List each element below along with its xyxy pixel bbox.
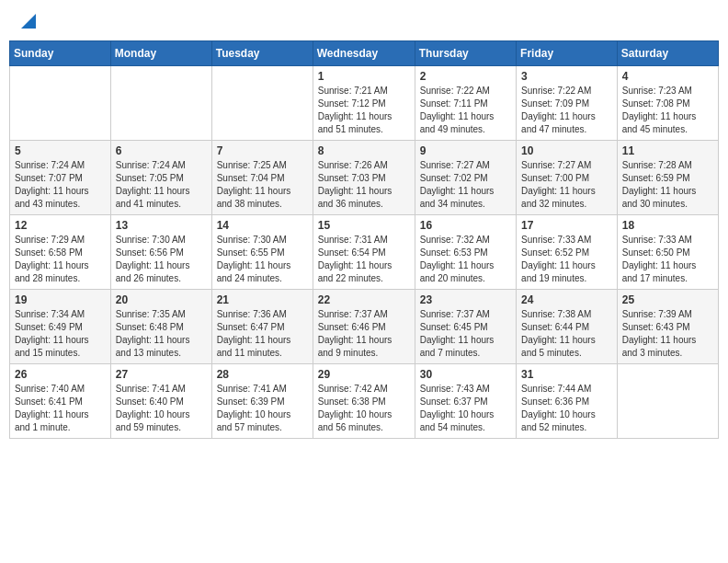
calendar-cell: 22Sunrise: 7:37 AM Sunset: 6:46 PM Dayli… xyxy=(313,290,415,364)
day-number: 23 xyxy=(420,293,511,306)
calendar-cell: 31Sunrise: 7:44 AM Sunset: 6:36 PM Dayli… xyxy=(517,364,618,439)
calendar-week-row: 1Sunrise: 7:21 AM Sunset: 7:12 PM Daylig… xyxy=(10,66,719,141)
day-info: Sunrise: 7:28 AM Sunset: 6:59 PM Dayligh… xyxy=(622,159,713,211)
day-number: 29 xyxy=(318,368,410,381)
calendar-cell: 12Sunrise: 7:29 AM Sunset: 6:58 PM Dayli… xyxy=(10,215,111,290)
day-info: Sunrise: 7:32 AM Sunset: 6:53 PM Dayligh… xyxy=(420,234,511,285)
calendar-cell: 3Sunrise: 7:22 AM Sunset: 7:09 PM Daylig… xyxy=(517,66,618,141)
logo xyxy=(18,14,36,27)
day-info: Sunrise: 7:42 AM Sunset: 6:38 PM Dayligh… xyxy=(318,383,410,434)
day-info: Sunrise: 7:43 AM Sunset: 6:37 PM Dayligh… xyxy=(420,383,511,434)
day-number: 28 xyxy=(217,368,308,381)
day-number: 12 xyxy=(15,219,106,232)
calendar-cell: 19Sunrise: 7:34 AM Sunset: 6:49 PM Dayli… xyxy=(10,290,111,364)
day-of-week-header: Sunday xyxy=(10,41,111,66)
day-info: Sunrise: 7:41 AM Sunset: 6:40 PM Dayligh… xyxy=(116,383,207,434)
calendar-cell: 5Sunrise: 7:24 AM Sunset: 7:07 PM Daylig… xyxy=(10,141,111,215)
calendar-cell: 15Sunrise: 7:31 AM Sunset: 6:54 PM Dayli… xyxy=(313,215,415,290)
calendar-cell xyxy=(110,66,211,141)
calendar-cell: 4Sunrise: 7:23 AM Sunset: 7:08 PM Daylig… xyxy=(617,66,718,141)
calendar-cell: 30Sunrise: 7:43 AM Sunset: 6:37 PM Dayli… xyxy=(415,364,516,439)
day-info: Sunrise: 7:24 AM Sunset: 7:05 PM Dayligh… xyxy=(116,159,207,211)
day-info: Sunrise: 7:37 AM Sunset: 6:45 PM Dayligh… xyxy=(420,308,511,360)
day-number: 21 xyxy=(217,293,308,306)
day-info: Sunrise: 7:39 AM Sunset: 6:43 PM Dayligh… xyxy=(622,308,713,360)
calendar-cell: 25Sunrise: 7:39 AM Sunset: 6:43 PM Dayli… xyxy=(617,290,718,364)
day-info: Sunrise: 7:30 AM Sunset: 6:56 PM Dayligh… xyxy=(116,234,207,285)
calendar-cell: 27Sunrise: 7:41 AM Sunset: 6:40 PM Dayli… xyxy=(110,364,211,439)
calendar-cell: 20Sunrise: 7:35 AM Sunset: 6:48 PM Dayli… xyxy=(110,290,211,364)
day-info: Sunrise: 7:30 AM Sunset: 6:55 PM Dayligh… xyxy=(217,234,308,285)
calendar-cell: 9Sunrise: 7:27 AM Sunset: 7:02 PM Daylig… xyxy=(415,141,516,215)
day-number: 15 xyxy=(318,219,410,232)
day-info: Sunrise: 7:33 AM Sunset: 6:50 PM Dayligh… xyxy=(622,234,713,285)
day-info: Sunrise: 7:36 AM Sunset: 6:47 PM Dayligh… xyxy=(217,308,308,360)
calendar-cell: 6Sunrise: 7:24 AM Sunset: 7:05 PM Daylig… xyxy=(110,141,211,215)
page-header xyxy=(9,9,719,31)
day-of-week-header: Friday xyxy=(517,41,618,66)
logo-triangle-icon xyxy=(21,14,36,29)
day-number: 30 xyxy=(420,368,511,381)
day-number: 2 xyxy=(420,70,511,83)
day-number: 8 xyxy=(318,144,410,157)
day-info: Sunrise: 7:22 AM Sunset: 7:09 PM Dayligh… xyxy=(521,85,612,136)
day-number: 25 xyxy=(622,293,713,306)
day-info: Sunrise: 7:31 AM Sunset: 6:54 PM Dayligh… xyxy=(318,234,410,285)
calendar-cell: 2Sunrise: 7:22 AM Sunset: 7:11 PM Daylig… xyxy=(415,66,516,141)
day-info: Sunrise: 7:40 AM Sunset: 6:41 PM Dayligh… xyxy=(15,383,106,434)
calendar-table: SundayMondayTuesdayWednesdayThursdayFrid… xyxy=(9,40,719,439)
day-number: 3 xyxy=(521,70,612,83)
day-number: 20 xyxy=(116,293,207,306)
calendar-cell xyxy=(617,364,718,439)
calendar-cell: 18Sunrise: 7:33 AM Sunset: 6:50 PM Dayli… xyxy=(617,215,718,290)
calendar-week-row: 12Sunrise: 7:29 AM Sunset: 6:58 PM Dayli… xyxy=(10,215,719,290)
day-number: 26 xyxy=(15,368,106,381)
day-info: Sunrise: 7:22 AM Sunset: 7:11 PM Dayligh… xyxy=(420,85,511,136)
day-info: Sunrise: 7:27 AM Sunset: 7:02 PM Dayligh… xyxy=(420,159,511,211)
day-info: Sunrise: 7:27 AM Sunset: 7:00 PM Dayligh… xyxy=(521,159,612,211)
calendar-cell: 17Sunrise: 7:33 AM Sunset: 6:52 PM Dayli… xyxy=(517,215,618,290)
calendar-cell: 29Sunrise: 7:42 AM Sunset: 6:38 PM Dayli… xyxy=(313,364,415,439)
day-of-week-header: Tuesday xyxy=(211,41,313,66)
day-info: Sunrise: 7:29 AM Sunset: 6:58 PM Dayligh… xyxy=(15,234,106,285)
calendar-cell: 7Sunrise: 7:25 AM Sunset: 7:04 PM Daylig… xyxy=(211,141,313,215)
calendar-cell: 14Sunrise: 7:30 AM Sunset: 6:55 PM Dayli… xyxy=(211,215,313,290)
calendar-cell: 10Sunrise: 7:27 AM Sunset: 7:00 PM Dayli… xyxy=(517,141,618,215)
day-number: 4 xyxy=(622,70,713,83)
calendar-cell: 26Sunrise: 7:40 AM Sunset: 6:41 PM Dayli… xyxy=(10,364,111,439)
day-info: Sunrise: 7:23 AM Sunset: 7:08 PM Dayligh… xyxy=(622,85,713,136)
day-info: Sunrise: 7:44 AM Sunset: 6:36 PM Dayligh… xyxy=(521,383,612,434)
day-of-week-header: Wednesday xyxy=(313,41,415,66)
day-info: Sunrise: 7:25 AM Sunset: 7:04 PM Dayligh… xyxy=(217,159,308,211)
day-info: Sunrise: 7:26 AM Sunset: 7:03 PM Dayligh… xyxy=(318,159,410,211)
day-number: 19 xyxy=(15,293,106,306)
day-number: 16 xyxy=(420,219,511,232)
day-info: Sunrise: 7:38 AM Sunset: 6:44 PM Dayligh… xyxy=(521,308,612,360)
day-number: 9 xyxy=(420,144,511,157)
day-number: 27 xyxy=(116,368,207,381)
calendar-cell: 13Sunrise: 7:30 AM Sunset: 6:56 PM Dayli… xyxy=(110,215,211,290)
day-of-week-header: Thursday xyxy=(415,41,516,66)
day-number: 10 xyxy=(521,144,612,157)
day-info: Sunrise: 7:37 AM Sunset: 6:46 PM Dayligh… xyxy=(318,308,410,360)
day-of-week-header: Saturday xyxy=(617,41,718,66)
calendar-cell: 16Sunrise: 7:32 AM Sunset: 6:53 PM Dayli… xyxy=(415,215,516,290)
calendar-cell: 8Sunrise: 7:26 AM Sunset: 7:03 PM Daylig… xyxy=(313,141,415,215)
calendar-cell: 11Sunrise: 7:28 AM Sunset: 6:59 PM Dayli… xyxy=(617,141,718,215)
day-of-week-header: Monday xyxy=(110,41,211,66)
calendar-week-row: 26Sunrise: 7:40 AM Sunset: 6:41 PM Dayli… xyxy=(10,364,719,439)
calendar-cell xyxy=(211,66,313,141)
calendar-cell: 24Sunrise: 7:38 AM Sunset: 6:44 PM Dayli… xyxy=(517,290,618,364)
day-info: Sunrise: 7:35 AM Sunset: 6:48 PM Dayligh… xyxy=(116,308,207,360)
day-info: Sunrise: 7:33 AM Sunset: 6:52 PM Dayligh… xyxy=(521,234,612,285)
calendar-cell: 21Sunrise: 7:36 AM Sunset: 6:47 PM Dayli… xyxy=(211,290,313,364)
day-number: 17 xyxy=(521,219,612,232)
day-number: 22 xyxy=(318,293,410,306)
day-number: 14 xyxy=(217,219,308,232)
calendar-cell xyxy=(10,66,111,141)
day-number: 6 xyxy=(116,144,207,157)
day-number: 24 xyxy=(521,293,612,306)
calendar-cell: 28Sunrise: 7:41 AM Sunset: 6:39 PM Dayli… xyxy=(211,364,313,439)
calendar-week-row: 5Sunrise: 7:24 AM Sunset: 7:07 PM Daylig… xyxy=(10,141,719,215)
day-number: 5 xyxy=(15,144,106,157)
